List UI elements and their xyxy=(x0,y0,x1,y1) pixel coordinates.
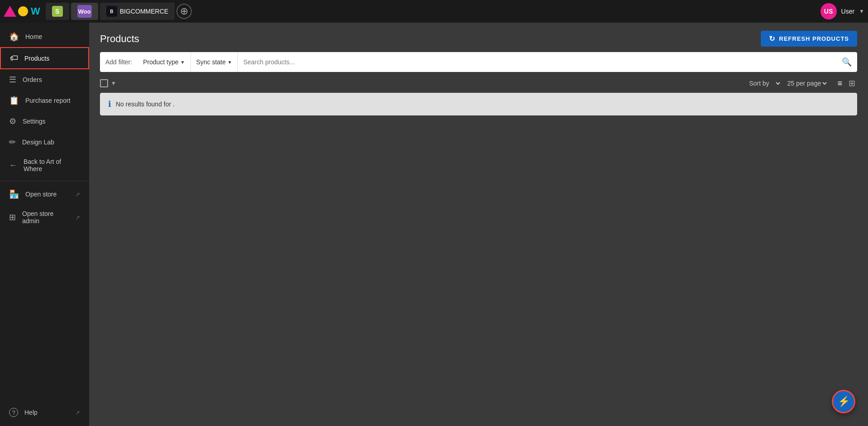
sidebar-divider xyxy=(0,181,89,181)
sync-state-chevron-icon: ▼ xyxy=(228,60,232,65)
design-lab-icon: ✏ xyxy=(9,137,16,147)
list-view-icon: ≡ xyxy=(837,79,842,88)
main-area: 🏠 Home 🏷 Products ☰ Orders 📋 Purchase re… xyxy=(0,23,868,426)
view-toggle: ≡ ⊞ xyxy=(835,77,857,89)
woo-icon: Woo xyxy=(77,5,92,18)
sidebar-item-back-label: Back to Art of Where xyxy=(24,158,80,172)
sidebar-item-orders-label: Orders xyxy=(23,76,42,83)
sidebar-item-open-store-admin[interactable]: ⊞ Open store admin ↗ xyxy=(0,205,89,230)
orders-icon: ☰ xyxy=(9,75,16,85)
sync-state-filter-button[interactable]: Sync state ▼ xyxy=(191,52,238,72)
refresh-button-label: REFRESH PRODUCTS xyxy=(779,35,849,42)
add-store-tab-button[interactable]: ⊕ xyxy=(176,4,192,19)
open-store-ext-icon: ↗ xyxy=(75,191,80,198)
logo-triangle-icon xyxy=(4,6,16,17)
sidebar-item-products-label: Products xyxy=(24,55,49,62)
open-store-admin-ext-icon: ↗ xyxy=(75,214,80,221)
table-sort-area: Sort by 25 per page ≡ ⊞ xyxy=(749,77,857,89)
bigcommerce-tab-label: BIGCOMMERCE xyxy=(120,8,168,15)
no-results-row: ℹ No results found for . xyxy=(100,93,857,115)
sidebar: 🏠 Home 🏷 Products ☰ Orders 📋 Purchase re… xyxy=(0,23,89,426)
sidebar-item-back-to-art-of-where[interactable]: ← Back to Art of Where xyxy=(0,153,89,178)
store-tabs: S Woo B BIGCOMMERCE ⊕ xyxy=(46,3,821,20)
no-results-message: No results found for . xyxy=(116,101,175,108)
content-area: Products ↻ REFRESH PRODUCTS Add filter: … xyxy=(89,23,868,426)
sort-by-select[interactable] xyxy=(773,79,782,87)
products-icon: 🏷 xyxy=(10,53,18,63)
add-icon: ⊕ xyxy=(180,5,188,17)
sync-state-filter-label: Sync state xyxy=(196,58,226,66)
sidebar-item-products[interactable]: 🏷 Products xyxy=(0,47,89,69)
topbar-right: US User ▼ xyxy=(821,3,864,19)
results-area: ℹ No results found for . xyxy=(100,93,857,115)
sidebar-item-help[interactable]: ? Help ↗ xyxy=(0,402,89,422)
sidebar-item-settings[interactable]: ⚙ Settings xyxy=(0,111,89,132)
search-button[interactable]: 🔍 xyxy=(836,52,857,72)
sidebar-item-open-store-label: Open store xyxy=(25,191,57,198)
help-icon: ? xyxy=(9,408,18,417)
open-store-admin-icon: ⊞ xyxy=(9,212,16,222)
fab-icon: ⚡ xyxy=(838,396,850,407)
sidebar-item-purchase-report[interactable]: 📋 Purchase report xyxy=(0,90,89,111)
topbar: W S Woo B BIGCOMMERCE ⊕ US User ▼ xyxy=(0,0,868,23)
help-ext-icon: ↗ xyxy=(75,409,80,416)
purchase-report-icon: 📋 xyxy=(9,96,19,105)
tab-shopify[interactable]: S xyxy=(46,3,69,20)
sidebar-item-home[interactable]: 🏠 Home xyxy=(0,26,89,47)
logo-circle-icon xyxy=(18,6,28,16)
sidebar-item-design-lab-label: Design Lab xyxy=(22,139,54,146)
sidebar-item-home-label: Home xyxy=(25,33,42,40)
user-chevron-icon[interactable]: ▼ xyxy=(859,8,864,14)
bigcommerce-icon: B xyxy=(106,6,117,17)
sidebar-item-settings-label: Settings xyxy=(23,118,46,125)
sidebar-item-orders[interactable]: ☰ Orders xyxy=(0,69,89,90)
product-type-filter-label: Product type xyxy=(143,58,179,66)
search-icon: 🔍 xyxy=(842,57,852,67)
tab-woo[interactable]: Woo xyxy=(71,3,98,20)
grid-view-icon: ⊞ xyxy=(849,79,855,88)
refresh-products-button[interactable]: ↻ REFRESH PRODUCTS xyxy=(761,31,857,47)
list-view-button[interactable]: ≡ xyxy=(835,77,844,89)
shopify-icon: S xyxy=(52,6,63,17)
add-filter-label: Add filter: xyxy=(100,58,138,66)
sidebar-item-help-label: Help xyxy=(24,409,38,416)
back-arrow-icon: ← xyxy=(9,161,17,170)
logo-w-icon: W xyxy=(31,5,40,17)
page-title: Products xyxy=(100,33,139,45)
fab-button[interactable]: ⚡ xyxy=(832,390,855,413)
sidebar-bottom: ? Help ↗ xyxy=(0,402,89,422)
product-type-filter-button[interactable]: Product type ▼ xyxy=(138,52,191,72)
select-all-checkbox[interactable] xyxy=(100,79,108,87)
table-toolbar: ▼ Sort by 25 per page ≡ ⊞ xyxy=(89,76,868,91)
info-icon: ℹ xyxy=(108,99,111,109)
sort-by-label: Sort by xyxy=(749,80,769,87)
filter-bar: Add filter: Product type ▼ Sync state ▼ … xyxy=(100,52,857,72)
sidebar-item-open-store-admin-label: Open store admin xyxy=(22,210,69,225)
user-label: User xyxy=(841,8,855,15)
avatar: US xyxy=(821,3,837,19)
home-icon: 🏠 xyxy=(9,32,19,42)
product-type-chevron-icon: ▼ xyxy=(180,60,185,65)
grid-view-button[interactable]: ⊞ xyxy=(847,77,857,89)
sidebar-item-design-lab[interactable]: ✏ Design Lab xyxy=(0,132,89,153)
per-page-select[interactable]: 25 per page xyxy=(785,79,828,87)
app-logo: W xyxy=(4,5,40,17)
tab-bigcommerce[interactable]: B BIGCOMMERCE xyxy=(100,3,175,20)
settings-icon: ⚙ xyxy=(9,116,16,126)
refresh-icon: ↻ xyxy=(769,34,775,43)
open-store-icon: 🏪 xyxy=(9,189,19,199)
sidebar-item-purchase-report-label: Purchase report xyxy=(25,97,71,104)
search-input[interactable] xyxy=(238,52,836,72)
checkbox-dropdown-icon[interactable]: ▼ xyxy=(110,79,117,87)
content-header: Products ↻ REFRESH PRODUCTS xyxy=(89,23,868,52)
sidebar-item-open-store[interactable]: 🏪 Open store ↗ xyxy=(0,184,89,205)
table-checkbox-area: ▼ xyxy=(100,79,117,87)
